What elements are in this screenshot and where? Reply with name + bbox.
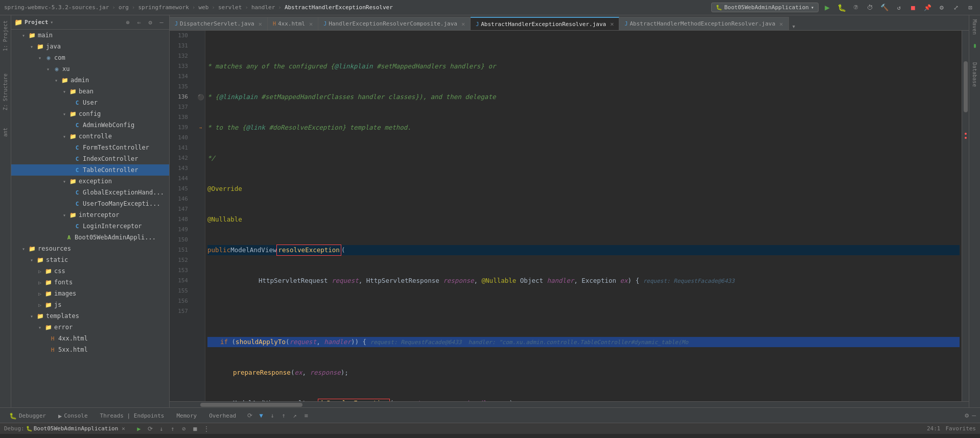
tree-item-static[interactable]: ▾ 📁 static <box>11 254 169 265</box>
profile-button[interactable]: ⏱ <box>865 2 876 13</box>
tree-item-User[interactable]: C User <box>11 97 169 108</box>
breadcrumb-web[interactable]: web <box>198 4 208 11</box>
debug-resume[interactable]: ▼ <box>256 411 266 420</box>
debug-tab-threads[interactable]: Threads | Endpoints <box>95 409 170 422</box>
tree-item-fonts[interactable]: ▷ 📁 fonts <box>11 277 169 288</box>
status-more-button[interactable]: ⋮ <box>202 424 211 433</box>
breadcrumb-org[interactable]: org <box>119 4 129 11</box>
locate-file-button[interactable]: ⊕ <box>123 18 132 27</box>
status-run-config[interactable]: Boot05WebAdminApplication <box>34 425 119 432</box>
debug-step-over[interactable]: ⟳ <box>245 411 254 420</box>
vscroll-thumb[interactable] <box>964 61 968 112</box>
build-button[interactable]: 🔨 <box>879 2 890 13</box>
breadcrumb-handler[interactable]: handler <box>251 4 275 11</box>
close-tab-HandlerExceptionResolverComposite[interactable]: ✕ <box>461 20 465 28</box>
status-close-button[interactable]: ✕ <box>122 425 125 432</box>
close-tab-4xx[interactable]: ✕ <box>309 20 313 28</box>
maven-tab[interactable]: Maven <box>971 16 978 38</box>
tree-item-css[interactable]: ▷ 📁 css <box>11 265 169 277</box>
run-config-selector[interactable]: 🐛 Boot05WebAdminApplication ▾ <box>711 3 819 12</box>
ant-tab[interactable]: ant <box>2 125 9 140</box>
debug-step-out[interactable]: ↑ <box>279 411 288 420</box>
tree-item-FormTestController[interactable]: C FormTestController <box>11 142 169 153</box>
debug-tab-console[interactable]: ▶ Console <box>53 409 93 422</box>
tab-AbstractHandlerExceptionResolver[interactable]: J AbstractHandlerExceptionResolver.java … <box>471 17 619 30</box>
status-right: 24:1 Favorites <box>927 425 976 432</box>
run-button[interactable]: ▶ <box>822 2 833 13</box>
sidebar-close-button[interactable]: — <box>157 18 166 27</box>
tab-4xx[interactable]: H 4xx.html ✕ <box>268 17 318 30</box>
status-stop-button[interactable]: ■ <box>191 424 200 433</box>
tree-item-main[interactable]: ▾ 📁 main <box>11 30 169 41</box>
status-step-over-button[interactable]: ⟳ <box>146 424 155 433</box>
debug-tab-overhead[interactable]: Overhead <box>204 409 241 422</box>
breadcrumb-servlet[interactable]: servlet <box>218 4 242 11</box>
tree-item-5xx[interactable]: H 5xx.html <box>11 344 169 355</box>
debug-settings-button[interactable]: ⚙ <box>965 411 969 419</box>
status-step-into-button[interactable]: ↓ <box>157 424 166 433</box>
tree-item-error[interactable]: ▾ 📁 error <box>11 322 169 333</box>
code-content[interactable]: * matches any of the configured {@linkpl… <box>205 31 962 401</box>
debug-run-to-cursor[interactable]: ↗ <box>290 411 299 420</box>
line-numbers: 130 131 132 133 134 135 136 137 138 139 … <box>170 31 196 401</box>
tree-item-AdminWebConfig[interactable]: C AdminWebConfig <box>11 119 169 131</box>
breadcrumb-springframework[interactable]: springframework <box>138 4 189 11</box>
debug-tab-memory[interactable]: Memory <box>171 409 202 422</box>
status-mute-breakpoints-button[interactable]: ⊘ <box>179 424 189 433</box>
maximize-button[interactable]: ⤢ <box>950 2 962 13</box>
debug-step-into[interactable]: ↓ <box>268 411 277 420</box>
close-tab-AbstractHandlerExceptionResolver[interactable]: ✕ <box>610 20 614 28</box>
tree-item-js[interactable]: ▷ 📁 js <box>11 299 169 310</box>
debug-tab-debugger[interactable]: 🐛 Debugger <box>4 409 51 422</box>
tabs-overflow-button[interactable]: ▾ <box>789 22 799 30</box>
status-debug-label: Debug: 🐛 Boot05WebAdminApplication ✕ <box>4 425 125 432</box>
tree-item-TableController[interactable]: C TableController <box>11 164 169 176</box>
tree-item-xu[interactable]: ▾ ◉ xu <box>11 63 169 75</box>
tree-item-exception[interactable]: ▾ 📁 exception <box>11 176 169 187</box>
tree-item-UserTooManyExcepti[interactable]: C UserTooManyExcepti... <box>11 198 169 209</box>
tree-item-templates[interactable]: ▾ 📁 templates <box>11 310 169 322</box>
code-editor[interactable]: 130 131 132 133 134 135 136 137 138 139 … <box>170 31 969 401</box>
tab-HandlerExceptionResolverComposite[interactable]: J HandlerExceptionResolverComposite.java… <box>318 17 471 30</box>
tree-item-IndexController[interactable]: C IndexController <box>11 153 169 164</box>
tree-item-GlobalExceptionHand[interactable]: C GlobalExceptionHand... <box>11 187 169 198</box>
tree-item-config[interactable]: ▾ 📁 config <box>11 108 169 119</box>
coverage-button[interactable]: ⑦ <box>850 2 861 13</box>
tree-item-java[interactable]: ▾ 📁 java <box>11 41 169 52</box>
tree-item-controlle[interactable]: ▾ 📁 controlle <box>11 131 169 142</box>
status-debug-controls: ▶ ⟳ ↓ ↑ ⊘ ■ ⋮ <box>134 424 211 433</box>
tree-item-com[interactable]: ▾ ◉ com <box>11 52 169 63</box>
rerun-button[interactable]: ↺ <box>893 2 904 13</box>
tree-item-4xx[interactable]: H 4xx.html <box>11 333 169 344</box>
sidebar-settings-button[interactable]: ⚙ <box>146 18 155 27</box>
tree-item-resources[interactable]: ▾ 📁 resources <box>11 243 169 254</box>
tab-AbstractHandlerMethodExceptionResolver[interactable]: J AbstractHandlerMethodExceptionResolver… <box>619 17 788 30</box>
tree-item-images[interactable]: ▷ 📁 images <box>11 288 169 299</box>
tree-item-interceptor[interactable]: ▾ 📁 interceptor <box>11 209 169 221</box>
project-tab[interactable]: 1: Project <box>2 17 9 54</box>
debug-button[interactable]: 🐛 <box>836 2 847 13</box>
collapse-all-button[interactable]: ⇐ <box>134 18 144 27</box>
pin-button[interactable]: 📌 <box>922 2 933 13</box>
restore-button[interactable]: ⊡ <box>965 2 976 13</box>
tree-item-Boot05WebAdminAppli[interactable]: A Boot05WebAdminAppli... <box>11 232 169 243</box>
status-resume-button[interactable]: ▶ <box>134 424 144 433</box>
debug-evaluate[interactable]: ≡ <box>301 411 311 420</box>
structure-tab[interactable]: Z: Structure <box>2 70 9 113</box>
status-bar: Debug: 🐛 Boot05WebAdminApplication ✕ ▶ ⟳… <box>0 423 980 434</box>
tree-item-bean[interactable]: ▾ 📁 bean <box>11 86 169 97</box>
close-tab-DispatcherServlet[interactable]: ✕ <box>259 20 262 28</box>
database-tab[interactable]: Database <box>971 59 978 90</box>
breadcrumb-jar[interactable]: spring-webmvc-5.3.2-sources.jar <box>4 4 109 11</box>
close-tab-AbstractHandlerMethodExceptionResolver[interactable]: ✕ <box>779 20 783 28</box>
editor-vertical-scrollbar[interactable] <box>962 31 969 401</box>
tree-item-LoginInterceptor[interactable]: C LoginInterceptor <box>11 221 169 232</box>
settings-button[interactable]: ⚙ <box>936 2 947 13</box>
debug-minimize-button[interactable]: — <box>972 411 976 419</box>
hscroll-thumb[interactable] <box>200 403 302 407</box>
tree-item-admin[interactable]: ▾ 📁 admin <box>11 75 169 86</box>
tab-DispatcherServlet[interactable]: J DispatcherServlet.java ✕ <box>170 17 268 30</box>
stop-button[interactable]: ■ <box>907 2 919 13</box>
horizontal-scrollbar[interactable] <box>170 401 969 407</box>
status-step-out-button[interactable]: ↑ <box>168 424 177 433</box>
